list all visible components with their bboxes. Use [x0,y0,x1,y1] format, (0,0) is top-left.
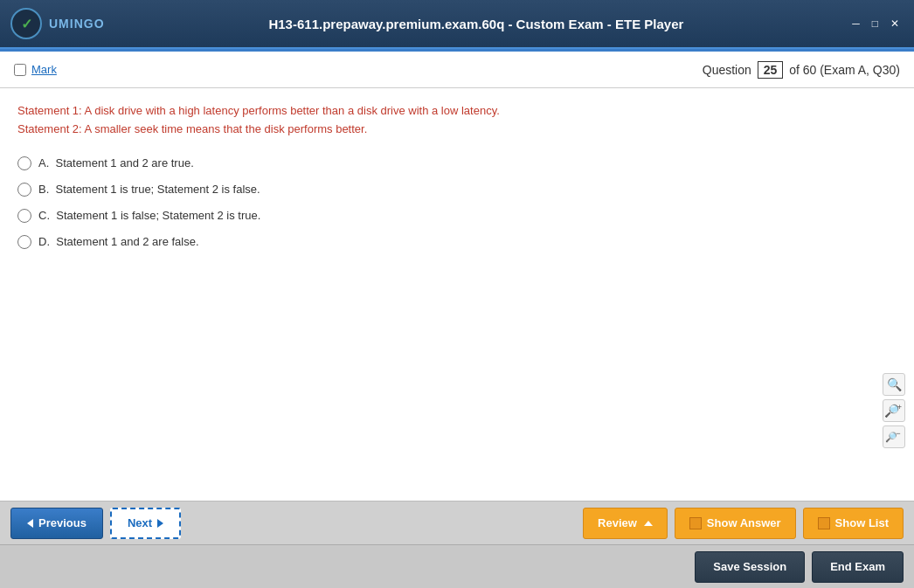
option-c[interactable]: C. Statement 1 is false; Statement 2 is … [17,209,897,223]
question-header: Mark Question 25 of 60 (Exam A, Q30) [0,52,914,88]
radio-c[interactable] [17,209,31,223]
show-answer-button[interactable]: Show Answer [675,508,796,539]
mark-label[interactable]: Mark [31,63,57,76]
chevron-up-icon [644,521,653,526]
option-b[interactable]: B. Statement 1 is true; Statement 2 is f… [17,183,897,197]
radio-d[interactable] [17,235,31,249]
search-icon[interactable]: 🔍 [883,373,905,396]
show-answer-label: Show Answer [707,516,781,529]
minimize-button[interactable]: ─ [848,16,864,31]
zoom-panel: 🔍 🔎+ 🔎− [883,373,905,448]
radio-a[interactable] [17,156,31,170]
save-session-button[interactable]: Save Session [695,551,805,583]
statement-2: Statement 2: A smaller seek time means t… [17,121,897,139]
option-c-label: C. Statement 1 is false; Statement 2 is … [38,209,260,222]
logo-area: ✓ UMINGO [10,8,105,39]
options-container: A. Statement 1 and 2 are true. B. Statem… [17,156,897,249]
close-button[interactable]: ✕ [886,16,904,31]
option-a[interactable]: A. Statement 1 and 2 are true. [17,156,897,170]
question-text: Question [703,63,751,77]
option-d[interactable]: D. Statement 1 and 2 are false. [17,235,897,249]
zoom-in-icon[interactable]: 🔎+ [883,399,905,422]
logo-icon: ✓ [10,8,42,39]
chevron-right-icon [157,519,163,528]
title-bar: ✓ UMINGO H13-611.prepaway.premium.exam.6… [0,0,914,49]
statement-2-highlighted: Statement 2: A smaller seek time means t… [17,122,367,135]
next-button[interactable]: Next [110,508,181,539]
show-list-button[interactable]: Show List [803,508,904,539]
show-answer-icon [689,517,702,529]
maximize-button[interactable]: □ [868,16,883,31]
window-controls: ─ □ ✕ [848,16,904,31]
navigation-bar: Previous Next Review Show Answer Show Li… [0,501,914,544]
zoom-out-icon[interactable]: 🔎− [883,425,905,448]
option-d-label: D. Statement 1 and 2 are false. [38,235,199,248]
show-list-icon [818,517,830,529]
radio-b[interactable] [17,183,31,197]
statement-block: Statement 1: A disk drive with a high la… [17,102,897,139]
review-button[interactable]: Review [583,508,668,539]
review-label: Review [598,516,637,529]
statement-1: Statement 1: A disk drive with a high la… [17,102,897,121]
previous-label: Previous [38,516,87,529]
next-label: Next [128,516,152,529]
statement-1-highlighted: Statement 1: A disk drive with a high la… [17,104,500,117]
action-bar: Save Session End Exam [0,544,914,588]
option-b-label: B. Statement 1 is true; Statement 2 is f… [38,183,260,196]
previous-button[interactable]: Previous [10,508,103,539]
mark-checkbox[interactable] [14,64,26,76]
option-a-label: A. Statement 1 and 2 are true. [38,156,194,169]
question-info: Question 25 of 60 (Exam A, Q30) [703,61,900,79]
chevron-left-icon [27,519,33,528]
content-area: Statement 1: A disk drive with a high la… [0,88,914,501]
question-number-box: 25 [758,61,784,79]
mark-area: Mark [14,63,57,76]
end-exam-button[interactable]: End Exam [812,551,904,583]
logo-text: UMINGO [49,17,105,31]
question-of-text: of 60 (Exam A, Q30) [789,63,900,77]
window-title: H13-611.prepaway.premium.exam.60q - Cust… [105,17,848,31]
logo-checkmark: ✓ [21,16,32,32]
show-list-label: Show List [835,516,889,529]
